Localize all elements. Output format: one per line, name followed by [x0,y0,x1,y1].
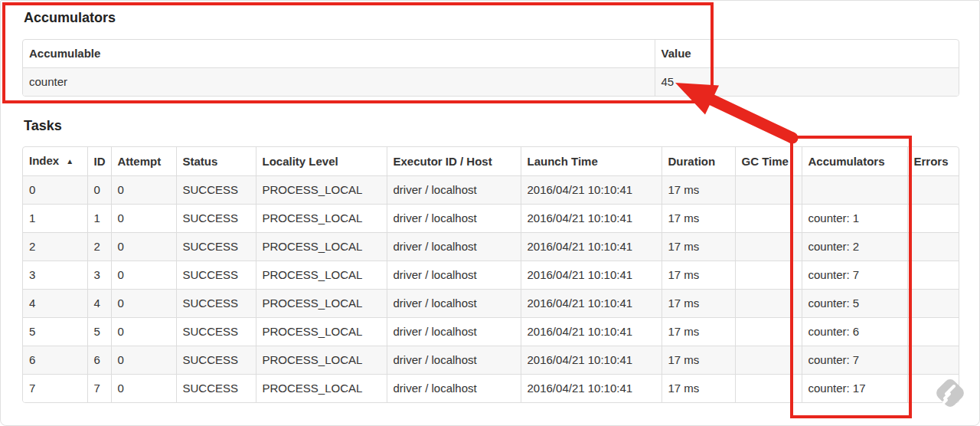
table-cell [735,290,802,318]
table-cell: 17 ms [662,233,735,261]
table-cell: 2016/04/21 10:10:41 [521,205,662,233]
column-header[interactable]: Accumulators [802,147,907,176]
table-cell: 17 ms [662,176,735,205]
table-cell: SUCCESS [176,233,256,261]
table-cell: 0 [111,233,176,261]
table-cell: 0 [111,261,176,290]
table-cell: 0 [111,346,176,375]
table-cell: PROCESS_LOCAL [256,176,387,205]
table-cell: driver / localhost [387,205,521,233]
table-row: 550SUCCESSPROCESS_LOCALdriver / localhos… [23,318,959,346]
table-cell: driver / localhost [387,261,521,290]
column-header[interactable]: Locality Level [256,147,387,176]
column-header[interactable]: Errors [907,147,959,176]
table-cell: 1 [23,205,87,233]
sort-ascending-icon: ▲ [66,154,74,169]
table-cell: 45 [655,68,959,97]
table-cell: 17 ms [662,205,735,233]
table-cell: counter: 2 [802,233,907,261]
accumulators-table-body: counter45 [23,68,959,97]
table-cell: 7 [23,375,87,403]
table-row: 660SUCCESSPROCESS_LOCALdriver / localhos… [23,346,959,375]
column-header[interactable]: Status [176,147,256,176]
table-cell: PROCESS_LOCAL [256,261,387,290]
table-cell: 2016/04/21 10:10:41 [521,261,662,290]
screenshot-watermark-icon [932,375,969,411]
table-cell [907,205,959,233]
table-cell: driver / localhost [387,233,521,261]
table-cell: PROCESS_LOCAL [256,290,387,318]
table-cell: SUCCESS [176,375,256,403]
table-row: 110SUCCESSPROCESS_LOCALdriver / localhos… [23,205,959,233]
table-cell: 2016/04/21 10:10:41 [521,375,662,403]
table-cell: 5 [23,318,87,346]
column-header[interactable]: Value [655,40,959,68]
column-header[interactable]: Launch Time [521,147,662,176]
table-cell: 17 ms [662,318,735,346]
table-cell: SUCCESS [176,318,256,346]
table-cell: counter: 17 [802,375,907,403]
table-cell: 5 [87,318,111,346]
column-header[interactable]: Duration [662,147,735,176]
table-cell: SUCCESS [176,290,256,318]
table-row: 330SUCCESSPROCESS_LOCALdriver / localhos… [23,261,959,290]
table-cell: 0 [23,176,87,205]
table-cell: counter: 7 [802,346,907,375]
table-cell: counter: 6 [802,318,907,346]
table-cell: PROCESS_LOCAL [256,205,387,233]
table-row: 440SUCCESSPROCESS_LOCALdriver / localhos… [23,290,959,318]
table-cell [735,346,802,375]
tasks-section: Tasks Index▲IDAttemptStatusLocality Leve… [22,117,958,403]
column-header[interactable]: Attempt [111,147,176,176]
table-cell: driver / localhost [387,318,521,346]
table-cell: driver / localhost [387,290,521,318]
column-header[interactable]: GC Time [735,147,802,176]
table-row: 770SUCCESSPROCESS_LOCALdriver / localhos… [23,375,959,403]
table-cell [907,233,959,261]
table-cell: 0 [111,290,176,318]
table-cell: 0 [111,375,176,403]
table-cell: 17 ms [662,261,735,290]
column-header[interactable]: Index▲ [23,147,87,176]
table-cell [907,261,959,290]
table-cell: 0 [111,205,176,233]
table-cell [735,261,802,290]
page-content: Accumulators AccumulableValue counter45 … [1,1,979,403]
column-header[interactable]: Accumulable [23,40,655,68]
table-cell: SUCCESS [176,176,256,205]
table-cell: 4 [87,290,111,318]
tasks-table-header: Index▲IDAttemptStatusLocality LevelExecu… [23,147,959,176]
table-cell: driver / localhost [387,176,521,205]
column-header[interactable]: ID [87,147,111,176]
accumulators-table: AccumulableValue counter45 [23,40,959,96]
table-cell: 7 [87,375,111,403]
table-cell [735,233,802,261]
table-cell [907,346,959,375]
table-cell: 6 [87,346,111,375]
table-cell: driver / localhost [387,346,521,375]
table-cell: counter: 7 [802,261,907,290]
table-cell [802,176,907,205]
table-cell [907,176,959,205]
table-cell: 3 [23,261,87,290]
table-cell: 17 ms [662,290,735,318]
table-cell: 0 [111,176,176,205]
table-cell: 4 [23,290,87,318]
table-cell: PROCESS_LOCAL [256,318,387,346]
table-cell: 17 ms [662,346,735,375]
table-cell: counter: 1 [802,205,907,233]
table-cell: 0 [87,176,111,205]
tasks-heading: Tasks [24,117,958,134]
table-cell [735,375,802,403]
table-cell: 2016/04/21 10:10:41 [521,176,662,205]
table-cell: SUCCESS [176,205,256,233]
table-cell: 2 [23,233,87,261]
tasks-table-frame: Index▲IDAttemptStatusLocality LevelExecu… [22,146,959,403]
table-cell: counter: 5 [802,290,907,318]
table-row: 220SUCCESSPROCESS_LOCALdriver / localhos… [23,233,959,261]
column-header[interactable]: Executor ID / Host [387,147,521,176]
table-cell: SUCCESS [176,261,256,290]
tasks-table-body: 000SUCCESSPROCESS_LOCALdriver / localhos… [23,176,959,403]
accumulators-table-frame: AccumulableValue counter45 [22,39,959,97]
table-cell: 2016/04/21 10:10:41 [521,290,662,318]
